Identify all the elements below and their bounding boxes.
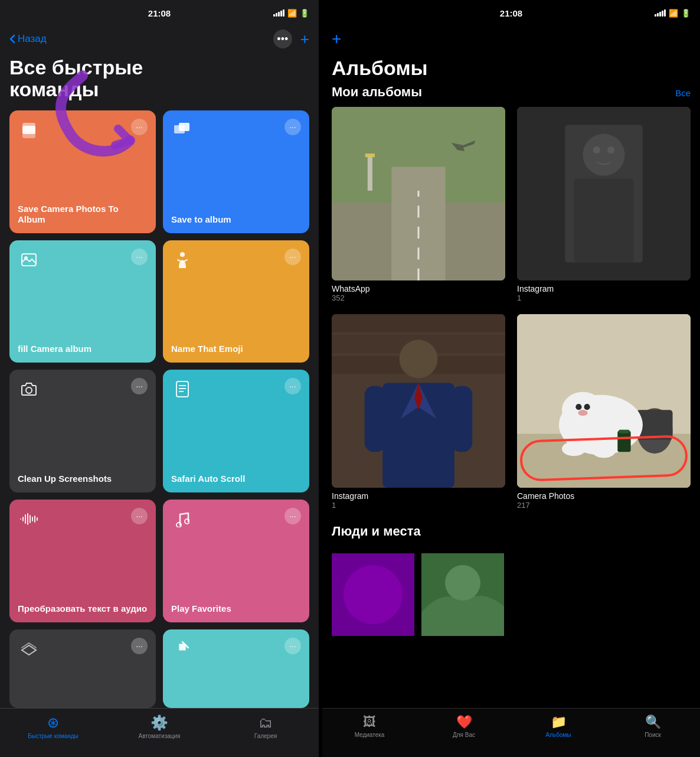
- shortcut-clean-up[interactable]: ··· Clean Up Screenshots: [9, 370, 156, 492]
- right-add-button[interactable]: +: [332, 30, 341, 48]
- shortcut-more-icon[interactable]: ···: [284, 378, 301, 394]
- svg-point-11: [26, 387, 32, 393]
- add-button[interactable]: +: [300, 30, 309, 48]
- shortcut-safari-scroll[interactable]: ··· Safari Auto Scroll: [163, 370, 309, 492]
- svg-point-34: [583, 134, 625, 176]
- shortcut-title: Safari Auto Scroll: [171, 468, 301, 484]
- svg-rect-2: [22, 130, 35, 138]
- shortcut-more-icon[interactable]: ···: [131, 638, 148, 654]
- shortcut-more-icon[interactable]: ···: [284, 638, 301, 654]
- my-albums-title: Мои альбомы: [332, 84, 422, 100]
- shortcut-play-favorites[interactable]: ··· Play Favorites: [163, 500, 309, 622]
- shortcut-bottom-right[interactable]: ···: [163, 629, 309, 708]
- shortcut-title: Name That Emoji: [171, 338, 301, 354]
- album-camera-photos[interactable]: Camera Photos 217: [517, 314, 691, 510]
- svg-point-36: [593, 146, 600, 154]
- r-tab-search-label: Поиск: [645, 732, 661, 738]
- shortcut-more-icon[interactable]: ···: [131, 249, 148, 265]
- album-instagram-2[interactable]: Instagram 1: [332, 314, 505, 510]
- tab-automation-label: Автоматизация: [138, 733, 180, 739]
- svg-point-57: [562, 442, 586, 456]
- r-tab-foryou-label: Для Вас: [453, 732, 475, 738]
- shortcut-more-icon[interactable]: ···: [284, 508, 301, 524]
- signal-icon: [273, 9, 284, 17]
- shortcut-name-emoji[interactable]: ··· Name That Emoji: [163, 240, 309, 363]
- svg-point-56: [578, 410, 587, 416]
- svg-rect-30: [368, 155, 372, 191]
- location-icon: [171, 638, 194, 660]
- left-nav-bar: Назад ••• +: [0, 26, 319, 52]
- svg-point-58: [592, 443, 616, 458]
- shortcuts-grid: ··· Save Camera Photos To Album ··· Save…: [0, 110, 319, 708]
- shortcut-save-album[interactable]: ··· Save to album: [163, 110, 309, 233]
- svg-rect-60: [619, 430, 629, 433]
- search-tab-icon: 🔍: [645, 714, 661, 730]
- r-tab-search[interactable]: 🔍 Поиск: [606, 714, 700, 738]
- svg-point-63: [344, 565, 403, 624]
- album-thumb-camera: [517, 314, 691, 488]
- album-count-instagram2: 1: [332, 501, 505, 510]
- layers2-icon: [18, 638, 40, 660]
- gallery-tab-icon: 🗂: [259, 714, 273, 731]
- card-header: ···: [18, 119, 148, 141]
- card-header: ···: [18, 249, 148, 271]
- tab-shortcuts[interactable]: ⊛ Быстрые команды: [0, 714, 106, 739]
- shortcut-fill-camera[interactable]: ··· fill Camera album: [9, 240, 156, 363]
- automation-tab-icon: ⚙️: [151, 714, 168, 731]
- right-time: 21:08: [500, 8, 522, 18]
- svg-point-55: [584, 404, 590, 410]
- left-panel: 21:08 📶 🔋 Назад ••• +: [0, 0, 319, 757]
- tab-automation[interactable]: ⚙️ Автоматизация: [106, 714, 212, 739]
- shortcut-more-icon[interactable]: ···: [284, 249, 301, 265]
- left-status-icons: 📶 🔋: [273, 9, 309, 18]
- see-all-button[interactable]: Все: [675, 88, 691, 98]
- music-note-icon: [171, 508, 194, 530]
- people-thumb-1[interactable]: [332, 553, 414, 636]
- shortcut-bottom-left[interactable]: ···: [9, 629, 156, 708]
- people-section-title: Люди и места: [332, 524, 421, 539]
- shortcut-title: Save to album: [171, 208, 301, 225]
- r-tab-foryou[interactable]: ❤️ Для Вас: [417, 714, 511, 738]
- album-thumb-instagram1: [517, 107, 691, 280]
- r-tab-albums[interactable]: 📁 Альбомы: [511, 714, 606, 738]
- shortcut-save-camera[interactable]: ··· Save Camera Photos To Album: [9, 110, 156, 233]
- album-count-camera: 217: [517, 501, 691, 510]
- card-header: ···: [18, 378, 148, 400]
- shortcuts-tab-icon: ⊛: [47, 714, 59, 731]
- image-icon: [18, 249, 40, 271]
- r-tab-library[interactable]: 🖼 Медиатека: [322, 714, 417, 738]
- svg-rect-1: [22, 123, 35, 131]
- svg-point-5: [180, 125, 184, 129]
- svg-rect-45: [365, 386, 385, 452]
- shortcut-more-icon[interactable]: ···: [131, 119, 148, 135]
- shortcut-more-icon[interactable]: ···: [284, 119, 301, 135]
- right-panel: 21:08 📶 🔋 + Альбомы Мои альбомы Все: [322, 0, 700, 757]
- left-time: 21:08: [148, 8, 171, 18]
- shortcut-more-icon[interactable]: ···: [131, 508, 148, 524]
- right-nav-bar: +: [322, 26, 700, 52]
- people-thumb-2[interactable]: [421, 553, 504, 636]
- nav-actions: ••• +: [273, 30, 309, 48]
- svg-point-54: [575, 404, 581, 410]
- library-tab-icon: 🖼: [363, 714, 376, 730]
- shortcut-title: Преобразовать текст в аудио: [18, 598, 148, 614]
- svg-rect-59: [617, 431, 630, 452]
- shortcut-more-icon[interactable]: ···: [131, 378, 148, 394]
- svg-point-43: [400, 340, 438, 378]
- album-thumb-instagram2: [332, 314, 505, 488]
- card-header: ···: [18, 638, 148, 660]
- my-albums-header: Мои альбомы Все: [332, 84, 691, 100]
- back-button[interactable]: Назад: [9, 33, 47, 45]
- more-button[interactable]: •••: [273, 30, 292, 48]
- page-title: Все быстрыекоманды: [9, 57, 309, 101]
- right-page-title: Альбомы: [332, 57, 691, 80]
- shortcut-text-audio[interactable]: ··· Преобразовать текст в аудио: [9, 500, 156, 622]
- album-whatsapp[interactable]: WhatsApp 352: [332, 107, 505, 302]
- tab-gallery[interactable]: 🗂 Галерея: [212, 714, 319, 739]
- battery-icon: 🔋: [300, 9, 309, 18]
- svg-rect-46: [452, 386, 472, 452]
- album-instagram-1[interactable]: Instagram 1: [517, 107, 691, 302]
- right-signal-icon: [655, 9, 666, 17]
- album-name-camera: Camera Photos: [517, 491, 691, 501]
- album-name-instagram1: Instagram: [517, 284, 691, 293]
